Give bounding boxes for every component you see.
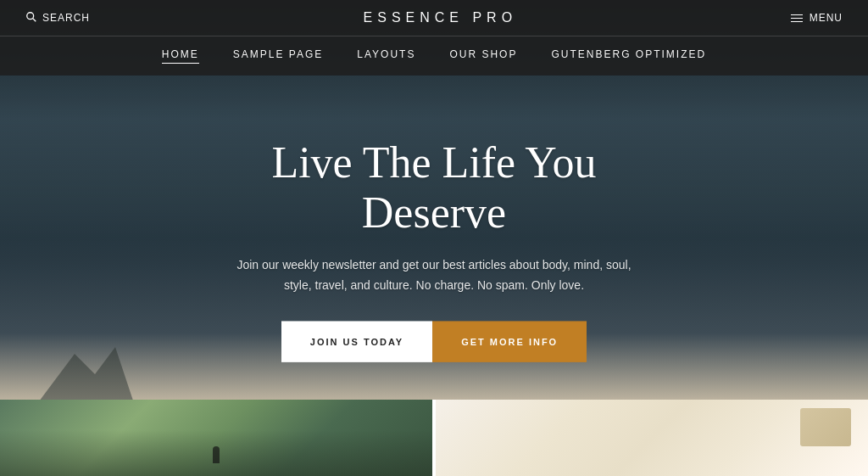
header-top-bar: SEARCH ESSENCE PRO MENU	[0, 0, 868, 36]
menu-button[interactable]: MENU	[791, 12, 843, 24]
menu-label: MENU	[810, 12, 843, 24]
hero-subtitle-line2: style, travel, and culture. No charge. N…	[284, 278, 584, 292]
main-nav: HOME SAMPLE PAGE LAYOUTS OUR SHOP GUTENB…	[0, 36, 868, 76]
nav-item-layouts[interactable]: LAYOUTS	[357, 48, 415, 64]
hamburger-icon	[791, 14, 803, 22]
site-title: ESSENCE PRO	[364, 10, 518, 25]
site-header: SEARCH ESSENCE PRO MENU HOME SAMPLE PAGE…	[0, 0, 868, 76]
search-button[interactable]: SEARCH	[25, 11, 90, 25]
join-us-today-button[interactable]: JOIN US TODAY	[281, 321, 432, 361]
bottom-image-strip	[0, 400, 868, 476]
svg-line-1	[33, 18, 36, 21]
svg-point-0	[27, 12, 34, 19]
search-icon	[25, 11, 37, 25]
bottom-image-left	[0, 400, 432, 476]
nav-item-gutenberg[interactable]: GUTENBERG OPTIMIZED	[551, 48, 706, 64]
nav-item-our-shop[interactable]: OUR SHOP	[449, 48, 517, 64]
hero-subtitle: Join our weekly newsletter and get our b…	[217, 255, 651, 296]
person-small-figure	[213, 446, 220, 463]
hero-subtitle-line1: Join our weekly newsletter and get our b…	[236, 258, 631, 272]
hero-title: Live The Life You Deserve	[217, 137, 651, 238]
get-more-info-button[interactable]: GET MORE INFO	[432, 321, 587, 361]
search-label: SEARCH	[42, 12, 90, 24]
hero-content: Live The Life You Deserve Join our weekl…	[217, 137, 651, 361]
bottom-image-right	[436, 400, 868, 476]
nav-item-home[interactable]: HOME	[162, 48, 199, 64]
nav-item-sample-page[interactable]: SAMPLE PAGE	[233, 48, 323, 64]
hero-cta-buttons: JOIN US TODAY GET MORE INFO	[217, 321, 651, 361]
